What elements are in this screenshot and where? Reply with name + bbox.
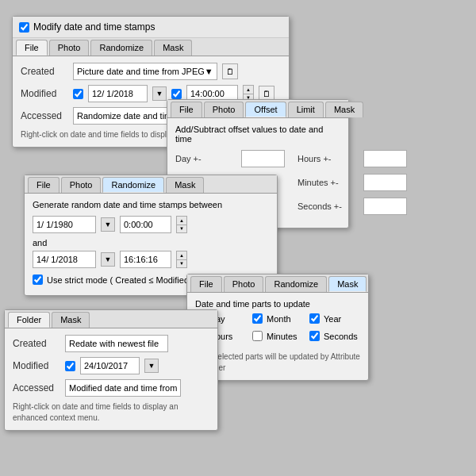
tab-photo[interactable]: Photo: [49, 40, 90, 56]
to-date[interactable]: 14/ 1/2018: [33, 251, 96, 268]
from-time[interactable]: 0:00:00: [120, 216, 171, 233]
modified-checkbox[interactable]: [73, 89, 83, 99]
copy-icon: 🗒: [226, 67, 234, 76]
spinner-up-icon[interactable]: ▲: [244, 86, 253, 94]
panel5-content: Created Redate with newest file Modified…: [5, 328, 217, 430]
created-copy-button[interactable]: 🗒: [222, 63, 238, 79]
year-checkbox[interactable]: [309, 313, 320, 324]
to-row: 14/ 1/2018 ▼ 16:16:16 ▲ ▼: [33, 251, 269, 268]
year-checkbox-label: Year: [324, 314, 341, 324]
to-spinner-up[interactable]: ▲: [177, 251, 186, 260]
tab3-mask[interactable]: Mask: [166, 177, 204, 193]
day-input[interactable]: 0: [241, 150, 285, 167]
seconds-label: Seconds +-: [298, 202, 357, 211]
to-time[interactable]: 16:16:16: [120, 251, 171, 268]
folder-created-row: Created Redate with newest file: [13, 335, 209, 352]
mask-description: Date and time parts to update: [195, 299, 360, 309]
created-dropdown-value: Picture date and time from JPEG: [77, 67, 205, 76]
tab4-file[interactable]: File: [190, 276, 222, 292]
tab2-limit[interactable]: Limit: [288, 102, 324, 117]
modify-timestamps-checkbox[interactable]: [19, 22, 29, 33]
panel1-tabs: File Photo Randomize Mask: [13, 38, 289, 56]
from-date[interactable]: 1/ 1/1980: [33, 216, 96, 233]
to-spinner-down[interactable]: ▼: [177, 260, 186, 268]
accessed-label: Accessed: [21, 110, 68, 121]
mask-note: Only selected parts will be updated by A…: [195, 351, 360, 374]
folder-modified-checkbox[interactable]: [65, 361, 75, 371]
minutes-checkbox-row: Minutes: [252, 331, 303, 341]
seconds-checkbox-row: Seconds: [309, 331, 360, 341]
offset-description: Add/Subtract offset values to date and t…: [175, 125, 340, 144]
tab3-randomize[interactable]: Randomize: [102, 177, 164, 193]
modified-time-checkbox[interactable]: [171, 89, 182, 99]
minutes-row: Minutes +- 0: [298, 174, 407, 191]
seconds-input[interactable]: 0: [363, 198, 407, 215]
hours-label: Hours +-: [298, 154, 357, 163]
tab5-mask[interactable]: Mask: [52, 312, 90, 328]
folder-created-dropdown[interactable]: Redate with newest file: [65, 335, 168, 352]
folder-modified-label: Modified: [13, 360, 60, 371]
day-row: Day +- 0: [175, 150, 285, 167]
tab4-mask[interactable]: Mask: [328, 276, 367, 292]
tab4-photo[interactable]: Photo: [224, 276, 264, 292]
month-checkbox-label: Month: [267, 314, 291, 324]
folder-note: Right-click on date and time fields to d…: [13, 401, 209, 424]
folder-modified-date[interactable]: 24/10/2017: [80, 357, 140, 374]
year-checkbox-row: Year: [309, 313, 360, 324]
folder-accessed-value: Modified date and time from: [69, 383, 177, 393]
folder-created-label: Created: [13, 338, 60, 349]
modified-calendar-icon[interactable]: ▼: [152, 86, 167, 101]
tab3-photo[interactable]: Photo: [61, 177, 102, 193]
folder-accessed-label: Accessed: [13, 382, 60, 393]
panel-header: Modify date and time stamps: [13, 17, 289, 38]
folder-modified-row: Modified 24/10/2017 ▼: [13, 357, 209, 374]
tab-randomize[interactable]: Randomize: [90, 40, 152, 56]
randomize-description: Generate random date and time stamps bet…: [33, 200, 269, 209]
panel3-tabs: File Photo Randomize Mask: [25, 175, 277, 194]
modify-timestamps-label: Modify date and time stamps: [33, 21, 155, 33]
tab2-offset[interactable]: Offset: [245, 102, 286, 117]
panel-folder: Folder Mask Created Redate with newest f…: [4, 309, 218, 431]
panel5-tabs: Folder Mask: [5, 310, 217, 328]
modified-date[interactable]: 12/ 1/2018: [88, 85, 148, 102]
folder-created-value: Redate with newest file: [69, 339, 159, 348]
to-calendar-icon[interactable]: ▼: [101, 252, 115, 267]
created-row: Created Picture date and time from JPEG …: [21, 63, 281, 80]
to-spinner[interactable]: ▲ ▼: [176, 251, 187, 268]
tab5-folder[interactable]: Folder: [8, 312, 50, 328]
offset-right-col: Hours +- 0 Minutes +- 0 Seconds +- 0: [298, 150, 407, 221]
tab2-photo[interactable]: Photo: [204, 102, 244, 117]
folder-cal-icon[interactable]: ▼: [144, 359, 159, 373]
from-spinner[interactable]: ▲ ▼: [176, 216, 187, 233]
panel4-tabs: File Photo Randomize Mask: [187, 274, 368, 293]
month-checkbox[interactable]: [252, 313, 263, 324]
minutes-input[interactable]: 0: [363, 174, 407, 191]
tab4-randomize[interactable]: Randomize: [265, 276, 327, 292]
panel2-tabs: File Photo Offset Limit Mask: [167, 100, 348, 118]
day-label: Day +-: [175, 154, 235, 163]
hours-input[interactable]: 0: [363, 150, 407, 167]
mask-checkboxes: Day Month Year Hours Minutes Seconds: [195, 313, 360, 345]
tab2-mask[interactable]: Mask: [325, 102, 363, 117]
tab2-file[interactable]: File: [171, 102, 202, 117]
seconds-row: Seconds +- 0: [298, 198, 407, 215]
tab-mask[interactable]: Mask: [154, 40, 192, 56]
created-dropdown[interactable]: Picture date and time from JPEG ▼: [73, 63, 217, 80]
month-checkbox-row: Month: [252, 313, 303, 324]
seconds-checkbox[interactable]: [309, 331, 320, 341]
tab-file[interactable]: File: [16, 40, 48, 56]
seconds-checkbox-label: Seconds: [324, 332, 358, 341]
created-label: Created: [21, 66, 68, 77]
from-calendar-icon[interactable]: ▼: [101, 217, 115, 232]
from-spinner-up[interactable]: ▲: [177, 217, 186, 225]
from-spinner-down[interactable]: ▼: [177, 225, 186, 233]
minutes-checkbox[interactable]: [252, 331, 263, 341]
minutes-label: Minutes +-: [298, 178, 357, 187]
minutes-checkbox-label: Minutes: [267, 332, 298, 341]
tab3-file[interactable]: File: [28, 177, 60, 193]
copy-icon-2: 🗒: [263, 90, 271, 98]
accessed-dropdown-value: Randomize date and time: [77, 111, 176, 121]
dropdown-arrow-icon: ▼: [205, 67, 213, 76]
strict-mode-checkbox[interactable]: [33, 274, 43, 285]
folder-accessed-dropdown[interactable]: Modified date and time from: [65, 379, 181, 397]
